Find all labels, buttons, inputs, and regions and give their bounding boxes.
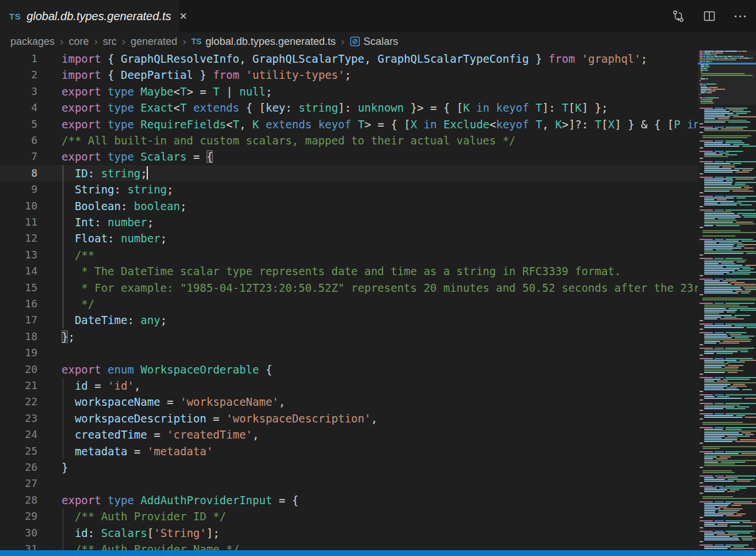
- text-cursor: [147, 166, 148, 180]
- code-line[interactable]: 7export type Scalars = {: [0, 148, 698, 165]
- code-text: createdTime = 'createdTime',: [62, 426, 259, 443]
- line-number: 30: [0, 525, 37, 541]
- code-text: id: Scalars['String'];: [62, 525, 220, 541]
- chevron-right-icon: ›: [60, 35, 63, 48]
- code-text: /**: [62, 247, 94, 263]
- code-line[interactable]: 26}: [0, 459, 698, 475]
- code-text: * For example: "1985-04-12T23:20:50.52Z"…: [62, 280, 698, 296]
- code-text: metadata = 'metadata': [62, 443, 213, 459]
- code-area[interactable]: 1import { GraphQLResolveInfo, GraphQLSca…: [0, 51, 698, 550]
- code-line[interactable]: 18};: [0, 329, 698, 345]
- line-number: 9: [0, 181, 37, 197]
- code-line[interactable]: 22 workspaceName = 'workspaceName',: [0, 394, 698, 410]
- breadcrumb-item-symbol[interactable]: Scalars: [364, 36, 398, 48]
- code-text: export type Scalars = {: [62, 148, 213, 165]
- code-line[interactable]: 10 Boolean: boolean;: [0, 198, 698, 214]
- code-line[interactable]: 23 workspaceDescription = 'workspaceDesc…: [0, 410, 698, 426]
- line-number: 1: [0, 51, 37, 67]
- breadcrumb-item-src[interactable]: src: [103, 36, 117, 48]
- breadcrumb-item-generated[interactable]: generated: [131, 36, 177, 48]
- code-text: DateTime: any;: [62, 312, 167, 328]
- chevron-right-icon: ›: [122, 35, 125, 48]
- code-line[interactable]: 30 id: Scalars['String'];: [0, 525, 698, 541]
- code-text: export enum WorkspaceOrderable {: [62, 361, 272, 378]
- breadcrumb-item-file[interactable]: global.db.types.generated.ts: [205, 36, 335, 48]
- code-text: }: [62, 459, 68, 475]
- line-number: 15: [0, 280, 37, 296]
- line-number: 6: [0, 132, 37, 148]
- code-line[interactable]: 1import { GraphQLResolveInfo, GraphQLSca…: [0, 51, 698, 67]
- breadcrumb: packages › core › src › generated › TS g…: [0, 32, 698, 51]
- chevron-right-icon: ›: [94, 35, 97, 48]
- code-line[interactable]: 24 createdTime = 'createdTime',: [0, 426, 698, 443]
- code-text: import { GraphQLResolveInfo, GraphQLScal…: [62, 51, 647, 67]
- line-number: 21: [0, 378, 37, 394]
- line-number: 27: [0, 475, 37, 492]
- line-number: 13: [0, 247, 37, 263]
- minimap[interactable]: [698, 51, 756, 550]
- tab-global-db-types-generated[interactable]: TS global.db.types.generated.ts ✕: [0, 0, 180, 32]
- code-line[interactable]: 8 ID: string;: [0, 165, 698, 181]
- vscode-window: TS global.db.types.generated.ts ✕: [0, 0, 756, 556]
- code-text: /** Auth Provider Name */: [62, 541, 239, 550]
- line-number: 8: [0, 165, 37, 181]
- code-line[interactable]: 9 String: string;: [0, 181, 698, 197]
- line-number: 31: [0, 541, 37, 550]
- code-text: export type Maybe<T> = T | null;: [62, 83, 272, 100]
- code-line[interactable]: 16 */: [0, 296, 698, 312]
- code-line[interactable]: 28export type AddAuthProviderInput = {: [0, 492, 698, 508]
- code-text: import { DeepPartial } from 'utility-typ…: [62, 67, 351, 83]
- code-line[interactable]: 14 * The DateTime scalar type represents…: [0, 263, 698, 279]
- code-line[interactable]: 13 /**: [0, 247, 698, 263]
- breadcrumb-item-packages[interactable]: packages: [10, 36, 55, 48]
- code-line[interactable]: 12 Float: number;: [0, 230, 698, 246]
- code-line[interactable]: 31 /** Auth Provider Name */: [0, 541, 698, 550]
- line-number: 12: [0, 230, 37, 246]
- code-line[interactable]: 5export type RequireFields<T, K extends …: [0, 116, 698, 132]
- code-line[interactable]: 27: [0, 475, 698, 492]
- minimap-content[interactable]: [698, 51, 756, 550]
- breadcrumb-item-core[interactable]: core: [68, 36, 89, 48]
- code-line[interactable]: 15 * For example: "1985-04-12T23:20:50.5…: [0, 280, 698, 296]
- code-text: export type RequireFields<T, K extends k…: [62, 116, 698, 132]
- code-line[interactable]: 11 Int: number;: [0, 214, 698, 230]
- code-text: ID: string;: [62, 165, 148, 181]
- code-text: Float: number;: [62, 230, 167, 246]
- code-line[interactable]: 25 metadata = 'metadata': [0, 443, 698, 459]
- line-number: 4: [0, 100, 37, 116]
- line-number: 25: [0, 443, 37, 459]
- code-line[interactable]: 29 /** Auth Provider ID */: [0, 508, 698, 524]
- code-line[interactable]: 20export enum WorkspaceOrderable {: [0, 361, 698, 378]
- code-text: /** Auth Provider ID */: [62, 508, 226, 524]
- split-editor-icon[interactable]: [702, 9, 717, 24]
- symbol-type-icon: [350, 36, 360, 49]
- code-text: /** All built-in and custom scalars, map…: [62, 132, 516, 148]
- status-bar[interactable]: [0, 550, 756, 556]
- code-line[interactable]: 4export type Exact<T extends { [key: str…: [0, 100, 698, 116]
- code-text: * The DateTime scalar type represents da…: [62, 263, 621, 279]
- line-number: 20: [0, 361, 37, 378]
- code-text: workspaceDescription = 'workspaceDescrip…: [62, 410, 377, 426]
- line-number: 19: [0, 345, 37, 361]
- line-number: 10: [0, 198, 37, 214]
- line-number: 24: [0, 426, 37, 443]
- code-line[interactable]: 19: [0, 345, 698, 361]
- close-tab-icon[interactable]: ✕: [179, 10, 187, 22]
- more-actions-icon[interactable]: ⋯: [733, 9, 748, 24]
- code-text: */: [62, 296, 94, 312]
- code-text: export type Exact<T extends { [key: stri…: [62, 100, 608, 116]
- minimap-slider[interactable]: [698, 51, 756, 105]
- typescript-file-icon: TS: [191, 37, 201, 46]
- line-number: 5: [0, 116, 37, 132]
- code-line[interactable]: 17 DateTime: any;: [0, 312, 698, 328]
- code-line[interactable]: 21 id = 'id',: [0, 378, 698, 394]
- open-changes-icon[interactable]: [671, 9, 686, 24]
- code-text: export type AddAuthProviderInput = {: [62, 492, 299, 508]
- code-line[interactable]: 3export type Maybe<T> = T | null;: [0, 83, 698, 100]
- code-line[interactable]: 2import { DeepPartial } from 'utility-ty…: [0, 67, 698, 83]
- line-number: 22: [0, 394, 37, 410]
- line-number: 16: [0, 296, 37, 312]
- code-line[interactable]: 6/** All built-in and custom scalars, ma…: [0, 132, 698, 148]
- editor-actions: ⋯: [671, 0, 748, 32]
- code-text: Boolean: boolean;: [62, 198, 186, 214]
